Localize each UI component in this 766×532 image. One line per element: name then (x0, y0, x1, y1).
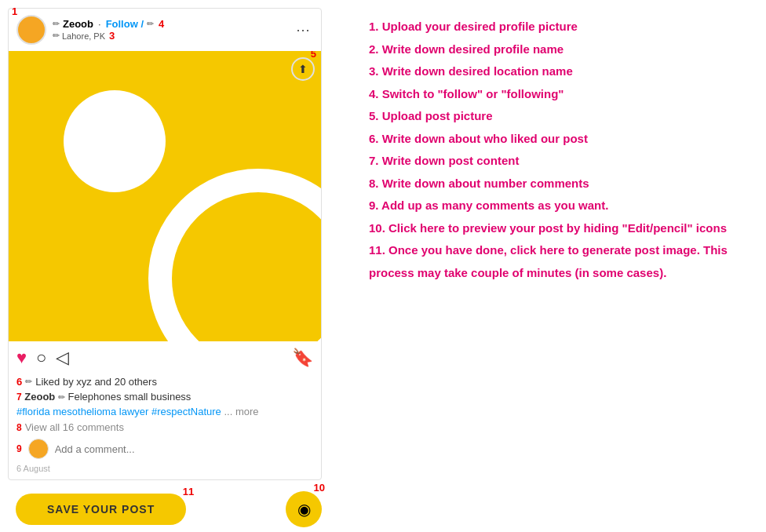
badge-8: 8 (16, 422, 22, 433)
like-button[interactable]: ♥ (16, 349, 27, 366)
avatar-wrap: 1 (16, 15, 46, 45)
comment-avatar (28, 439, 49, 459)
save-btn-wrap: SAVE YOUR POST 11 (16, 494, 186, 525)
instruction-line-3: 3. Write down desired location name (369, 60, 750, 83)
pencil-follow-icon[interactable]: ✏ (147, 19, 154, 29)
badge-11: 11 (183, 486, 194, 497)
username-row: ✏ Zeoob · Follow / ✏ 4 (53, 18, 164, 30)
instruction-line-1: 1. Upload your desired profile picture (369, 16, 750, 38)
add-comment-row: 9 (9, 435, 321, 462)
hashtags: #florida mesothelioma lawyer #respectNat… (16, 406, 221, 417)
instruction-line-4: 4. Switch to "follow" or "following" (369, 83, 750, 106)
location-label: Lahore, PK (62, 31, 105, 41)
left-panel: 1 ✏ Zeoob · Follow / ✏ 4 ✏ (0, 0, 337, 532)
save-post-button[interactable]: SAVE YOUR POST (16, 494, 186, 525)
more-link[interactable]: ... more (224, 406, 258, 417)
instruction-line-11: 11. Once you have done, click here to ge… (369, 239, 750, 284)
caption-row: 7 Zeoob ✏ Felephones small business (9, 389, 321, 404)
badge-1: 1 (12, 5, 17, 17)
badge-4: 4 (159, 18, 164, 30)
post-header: 1 ✏ Zeoob · Follow / ✏ 4 ✏ (9, 9, 321, 51)
comment-button[interactable]: ○ (36, 349, 46, 366)
preview-btn-wrap: 10 ◉ (286, 491, 322, 527)
post-actions: ♥ ○ ◁ 🔖 (9, 341, 321, 374)
badge-10: 10 (314, 482, 325, 494)
post-image[interactable]: ⬆ 5 (9, 51, 321, 341)
instruction-line-2: 2. Write down desired profile name (369, 38, 750, 61)
bookmark-button[interactable]: 🔖 (292, 348, 313, 368)
action-icons-left: ♥ ○ ◁ (16, 349, 69, 366)
view-comments-text: View all 16 comments (25, 421, 124, 433)
avatar-inner (20, 18, 43, 42)
instruction-line-7: 7. Write down post content (369, 150, 750, 173)
instruction-line-5: 5. Upload post picture (369, 105, 750, 128)
caption-hashtags-row: #florida mesothelioma lawyer #respectNat… (9, 404, 321, 419)
pencil-username-icon[interactable]: ✏ (53, 19, 60, 29)
post-date: 6 August (9, 462, 321, 479)
upload-image-button[interactable]: ⬆ 5 (291, 57, 315, 81)
pencil-likes-icon[interactable]: ✏ (25, 377, 32, 387)
caption-username: Zeoob (24, 391, 55, 403)
post-header-left: 1 ✏ Zeoob · Follow / ✏ 4 ✏ (16, 15, 164, 45)
share-button[interactable]: ◁ (56, 349, 69, 366)
view-comments-link[interactable]: 8 View all 16 comments (9, 419, 321, 435)
location-row: ✏ Lahore, PK 3 (53, 30, 164, 42)
three-dot-menu[interactable]: ⋯ (293, 18, 313, 42)
likes-row: 6 ✏ Liked by xyz and 20 others (9, 374, 321, 389)
badge-5: 5 (311, 51, 316, 60)
post-card: 1 ✏ Zeoob · Follow / ✏ 4 ✏ (8, 8, 322, 480)
badge-3: 3 (109, 30, 115, 42)
badge-6: 6 (16, 376, 22, 388)
instruction-line-10: 10. Click here to preview your post by h… (369, 217, 750, 240)
post-circle (64, 90, 166, 192)
pencil-caption-icon[interactable]: ✏ (58, 392, 65, 402)
preview-button[interactable]: ◉ (286, 491, 322, 527)
upload-icon: ⬆ (298, 63, 308, 75)
instructions: 1. Upload your desired profile picture 2… (369, 16, 750, 284)
badge-7: 7 (16, 392, 22, 403)
username-label: Zeoob (63, 18, 93, 30)
right-panel: 1. Upload your desired profile picture 2… (337, 0, 766, 300)
caption-line1: Felephones small business (68, 391, 192, 403)
pencil-location-icon[interactable]: ✏ (53, 31, 60, 41)
instruction-line-8: 8. Write down about number comments (369, 173, 750, 195)
instruction-line-9: 9. Add up as many comments as you want. (369, 195, 750, 217)
instruction-line-6: 6. Write down about who liked our post (369, 128, 750, 151)
follow-button[interactable]: Follow / (106, 18, 144, 30)
post-arc (148, 169, 321, 341)
avatar[interactable] (16, 15, 46, 45)
preview-icon: ◉ (297, 500, 311, 519)
likes-text: Liked by xyz and 20 others (35, 376, 157, 388)
bottom-bar: SAVE YOUR POST 11 10 ◉ (8, 483, 330, 532)
badge-9: 9 (16, 443, 22, 454)
user-info: ✏ Zeoob · Follow / ✏ 4 ✏ Lahore, PK 3 (53, 18, 164, 42)
comment-input[interactable] (55, 443, 313, 455)
post-image-bg (9, 51, 321, 341)
